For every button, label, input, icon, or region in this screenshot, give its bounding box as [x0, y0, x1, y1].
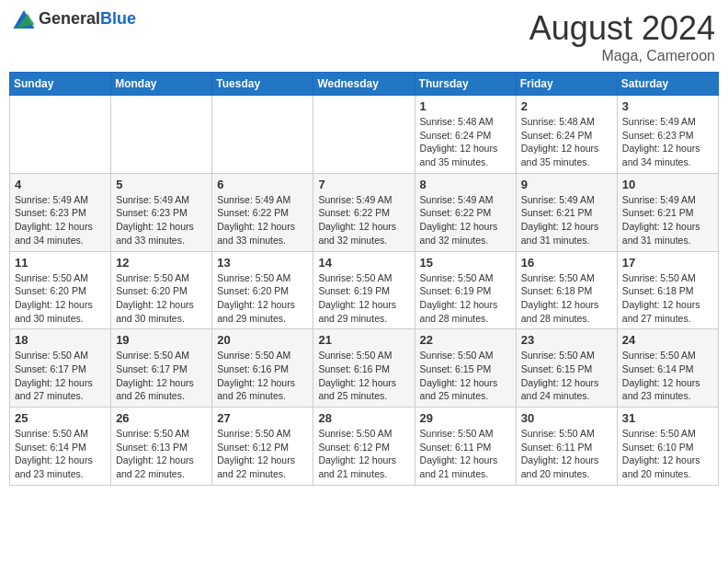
day-info: Sunrise: 5:50 AMSunset: 6:20 PMDaylight:… — [15, 271, 106, 326]
day-info: Sunrise: 5:50 AMSunset: 6:13 PMDaylight:… — [116, 427, 207, 481]
calendar-cell: 22Sunrise: 5:50 AMSunset: 6:15 PMDayligh… — [415, 329, 516, 408]
calendar-cell — [313, 96, 415, 174]
day-info: Sunrise: 5:50 AMSunset: 6:19 PMDaylight:… — [420, 271, 511, 326]
calendar-week-2: 4Sunrise: 5:49 AMSunset: 6:23 PMDaylight… — [10, 173, 719, 251]
calendar-cell: 16Sunrise: 5:50 AMSunset: 6:18 PMDayligh… — [516, 251, 617, 329]
calendar-cell: 7Sunrise: 5:49 AMSunset: 6:22 PMDaylight… — [313, 173, 415, 251]
calendar-cell: 29Sunrise: 5:50 AMSunset: 6:11 PMDayligh… — [415, 408, 516, 486]
calendar-cell: 6Sunrise: 5:49 AMSunset: 6:22 PMDaylight… — [212, 173, 313, 251]
day-number: 10 — [622, 178, 713, 191]
day-number: 14 — [318, 256, 409, 270]
day-info: Sunrise: 5:49 AMSunset: 6:22 PMDaylight:… — [217, 193, 308, 247]
calendar-week-3: 11Sunrise: 5:50 AMSunset: 6:20 PMDayligh… — [10, 251, 719, 329]
day-info: Sunrise: 5:50 AMSunset: 6:19 PMDaylight:… — [318, 271, 409, 326]
calendar-cell: 13Sunrise: 5:50 AMSunset: 6:20 PMDayligh… — [212, 251, 313, 329]
day-info: Sunrise: 5:49 AMSunset: 6:21 PMDaylight:… — [521, 193, 612, 247]
day-info: Sunrise: 5:50 AMSunset: 6:16 PMDaylight:… — [217, 349, 308, 403]
day-number: 18 — [15, 333, 106, 347]
calendar-cell: 11Sunrise: 5:50 AMSunset: 6:20 PMDayligh… — [10, 251, 111, 329]
calendar-cell: 3Sunrise: 5:49 AMSunset: 6:23 PMDaylight… — [617, 96, 718, 174]
day-info: Sunrise: 5:49 AMSunset: 6:23 PMDaylight:… — [15, 193, 106, 247]
day-number: 25 — [15, 411, 106, 425]
calendar-cell: 18Sunrise: 5:50 AMSunset: 6:17 PMDayligh… — [10, 329, 111, 408]
calendar-cell: 24Sunrise: 5:50 AMSunset: 6:14 PMDayligh… — [617, 329, 718, 408]
logo: GeneralBlue — [13, 9, 136, 29]
day-number: 24 — [622, 333, 713, 347]
day-info: Sunrise: 5:50 AMSunset: 6:12 PMDaylight:… — [318, 427, 409, 481]
day-info: Sunrise: 5:50 AMSunset: 6:18 PMDaylight:… — [622, 271, 713, 326]
calendar-cell: 8Sunrise: 5:49 AMSunset: 6:22 PMDaylight… — [415, 173, 516, 251]
calendar-cell: 10Sunrise: 5:49 AMSunset: 6:21 PMDayligh… — [617, 173, 718, 251]
day-number: 5 — [116, 178, 207, 191]
weekday-header-monday: Monday — [111, 73, 212, 96]
calendar-cell: 15Sunrise: 5:50 AMSunset: 6:19 PMDayligh… — [415, 251, 516, 329]
calendar-cell: 9Sunrise: 5:49 AMSunset: 6:21 PMDaylight… — [516, 173, 617, 251]
calendar-week-4: 18Sunrise: 5:50 AMSunset: 6:17 PMDayligh… — [10, 329, 719, 408]
day-info: Sunrise: 5:50 AMSunset: 6:15 PMDaylight:… — [420, 349, 511, 403]
calendar-cell — [10, 96, 111, 174]
day-info: Sunrise: 5:50 AMSunset: 6:17 PMDaylight:… — [15, 349, 106, 403]
day-info: Sunrise: 5:49 AMSunset: 6:22 PMDaylight:… — [420, 193, 511, 247]
calendar-cell: 20Sunrise: 5:50 AMSunset: 6:16 PMDayligh… — [212, 329, 313, 408]
weekday-header-saturday: Saturday — [617, 73, 718, 96]
weekday-header-thursday: Thursday — [415, 73, 516, 96]
day-number: 4 — [15, 178, 106, 191]
calendar-cell: 31Sunrise: 5:50 AMSunset: 6:10 PMDayligh… — [617, 408, 718, 486]
day-info: Sunrise: 5:50 AMSunset: 6:14 PMDaylight:… — [15, 427, 106, 481]
weekday-header-friday: Friday — [516, 73, 617, 96]
calendar-week-5: 25Sunrise: 5:50 AMSunset: 6:14 PMDayligh… — [10, 408, 719, 486]
logo-blue: Blue — [100, 9, 136, 28]
calendar-subtitle: Maga, Cameroon — [529, 48, 715, 64]
calendar-cell: 25Sunrise: 5:50 AMSunset: 6:14 PMDayligh… — [10, 408, 111, 486]
calendar-cell: 1Sunrise: 5:48 AMSunset: 6:24 PMDaylight… — [415, 96, 516, 174]
day-info: Sunrise: 5:48 AMSunset: 6:24 PMDaylight:… — [420, 115, 511, 169]
logo-icon — [13, 10, 35, 29]
calendar-cell — [212, 96, 313, 174]
day-info: Sunrise: 5:50 AMSunset: 6:17 PMDaylight:… — [116, 349, 207, 403]
header: GeneralBlue August 2024 Maga, Cameroon — [9, 9, 719, 64]
day-info: Sunrise: 5:49 AMSunset: 6:23 PMDaylight:… — [116, 193, 207, 247]
calendar-cell: 5Sunrise: 5:49 AMSunset: 6:23 PMDaylight… — [111, 173, 212, 251]
day-number: 9 — [521, 178, 612, 191]
calendar-cell: 21Sunrise: 5:50 AMSunset: 6:16 PMDayligh… — [313, 329, 415, 408]
day-number: 1 — [420, 99, 511, 113]
day-number: 29 — [420, 411, 511, 425]
day-info: Sunrise: 5:50 AMSunset: 6:11 PMDaylight:… — [521, 427, 612, 481]
day-info: Sunrise: 5:50 AMSunset: 6:20 PMDaylight:… — [116, 271, 207, 326]
day-number: 26 — [116, 411, 207, 425]
day-number: 17 — [622, 256, 713, 270]
day-number: 19 — [116, 333, 207, 347]
logo-general: General — [39, 9, 100, 28]
day-info: Sunrise: 5:50 AMSunset: 6:20 PMDaylight:… — [217, 271, 308, 326]
day-number: 31 — [622, 411, 713, 425]
day-number: 6 — [217, 178, 308, 191]
day-info: Sunrise: 5:48 AMSunset: 6:24 PMDaylight:… — [521, 115, 612, 169]
day-number: 12 — [116, 256, 207, 270]
calendar-cell: 4Sunrise: 5:49 AMSunset: 6:23 PMDaylight… — [10, 173, 111, 251]
weekday-header-wednesday: Wednesday — [313, 73, 415, 96]
day-info: Sunrise: 5:50 AMSunset: 6:16 PMDaylight:… — [318, 349, 409, 403]
title-area: August 2024 Maga, Cameroon — [529, 9, 715, 64]
day-number: 28 — [318, 411, 409, 425]
day-number: 27 — [217, 411, 308, 425]
day-number: 22 — [420, 333, 511, 347]
day-number: 3 — [622, 99, 713, 113]
day-number: 11 — [15, 256, 106, 270]
day-number: 16 — [521, 256, 612, 270]
day-number: 13 — [217, 256, 308, 270]
day-info: Sunrise: 5:50 AMSunset: 6:14 PMDaylight:… — [622, 349, 713, 403]
day-number: 20 — [217, 333, 308, 347]
weekday-header-row: SundayMondayTuesdayWednesdayThursdayFrid… — [10, 73, 719, 96]
calendar-cell: 30Sunrise: 5:50 AMSunset: 6:11 PMDayligh… — [516, 408, 617, 486]
weekday-header-sunday: Sunday — [10, 73, 111, 96]
day-info: Sunrise: 5:49 AMSunset: 6:22 PMDaylight:… — [318, 193, 409, 247]
day-info: Sunrise: 5:50 AMSunset: 6:12 PMDaylight:… — [217, 427, 308, 481]
day-number: 8 — [420, 178, 511, 191]
calendar-cell — [111, 96, 212, 174]
day-number: 2 — [521, 99, 612, 113]
day-number: 21 — [318, 333, 409, 347]
calendar-table: SundayMondayTuesdayWednesdayThursdayFrid… — [9, 72, 719, 486]
calendar-title: August 2024 — [529, 9, 715, 48]
day-info: Sunrise: 5:50 AMSunset: 6:18 PMDaylight:… — [521, 271, 612, 326]
calendar-week-1: 1Sunrise: 5:48 AMSunset: 6:24 PMDaylight… — [10, 96, 719, 174]
